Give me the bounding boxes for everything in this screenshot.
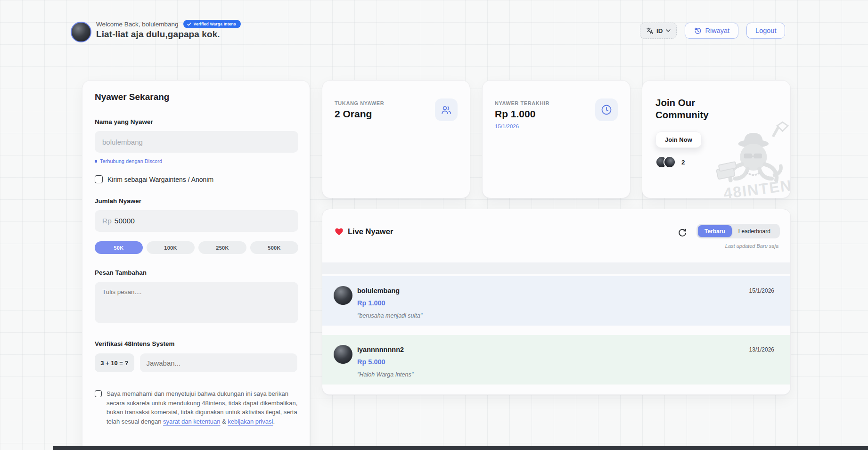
captcha-answer-input[interactable]: [140, 353, 297, 372]
bottom-footer-edge: [53, 446, 868, 450]
disclaimer-mid: &: [220, 418, 228, 425]
welcome-text: Welcome Back, bolulembang: [96, 21, 179, 28]
stat-icon-box: [595, 98, 618, 121]
quick-amount-50k[interactable]: 50K: [95, 241, 143, 254]
discord-note: Terhubung dengan Discord: [95, 158, 297, 164]
amount-prefix: Rp: [102, 217, 112, 225]
stat-icon-box: [435, 98, 458, 121]
check-icon: [187, 22, 191, 26]
nyawer-form-card: Nyawer Sekarang Nama yang Nyawer Terhubu…: [82, 80, 310, 450]
logout-label: Logout: [755, 27, 776, 34]
anon-checkbox[interactable]: [95, 175, 103, 183]
heart-icon: [335, 228, 344, 236]
riwayat-button[interactable]: Riwayat: [685, 23, 739, 39]
entry-avatar: [334, 286, 352, 305]
translate-icon: [646, 27, 654, 34]
language-selector[interactable]: ID: [640, 23, 677, 39]
name-label: Nama yang Nyawer: [95, 118, 297, 125]
community-title: Join Our Community: [655, 97, 777, 121]
refresh-icon[interactable]: [677, 227, 688, 238]
tab-terbaru[interactable]: Terbaru: [698, 225, 732, 237]
riwayat-label: Riwayat: [705, 27, 730, 34]
users-icon: [440, 104, 452, 115]
verified-badge-label: Verified Warga Intens: [194, 22, 236, 26]
community-title-line2: Community: [655, 109, 777, 121]
terms-link[interactable]: syarat dan ketentuan: [163, 418, 220, 425]
entry-message: "berusaha menjadi sulta": [357, 312, 422, 319]
chevron-down-icon: [666, 29, 671, 32]
message-textarea[interactable]: [95, 282, 298, 323]
live-tabs: Terbaru Leaderboard: [696, 224, 780, 238]
name-input[interactable]: [95, 131, 298, 153]
anon-check-row: Kirim sebagai Wargaintens / Anonim: [95, 175, 297, 183]
page-subtitle: Liat-liat aja dulu,gapapa kok.: [96, 29, 220, 40]
live-title: Live Nyawer: [348, 227, 393, 236]
quick-amount-250k[interactable]: 250K: [198, 241, 246, 254]
entry-amount: Rp 1.000: [357, 299, 385, 307]
disclaimer-end: .: [273, 418, 275, 425]
community-title-line1: Join Our: [655, 97, 777, 109]
captcha-row: 3 + 10 = ?: [95, 353, 297, 372]
form-title: Nyawer Sekarang: [95, 92, 297, 102]
agreement-checkbox[interactable]: [95, 390, 102, 397]
join-now-button[interactable]: Join Now: [655, 131, 702, 148]
stat-card-tukang-nyawer: TUKANG NYAWER 2 Orang: [322, 80, 470, 198]
anon-label: Kirim sebagai Wargaintens / Anonim: [107, 176, 213, 183]
entry-name: iyannnnnnnn2: [357, 346, 404, 353]
logout-button[interactable]: Logout: [746, 23, 785, 39]
stat-date: 15/1/2026: [495, 123, 618, 129]
community-members: 2: [655, 156, 777, 168]
quick-amount-100k[interactable]: 100K: [147, 241, 195, 254]
entry-amount: Rp 5.000: [357, 358, 385, 366]
quick-amount-500k[interactable]: 500K: [250, 241, 298, 254]
amount-input[interactable]: Rp 50000: [95, 210, 298, 232]
last-updated-text: Last updated Baru saja: [725, 243, 778, 249]
entry-name: bolulembang: [357, 287, 400, 295]
disclaimer-text: Saya memahami dan menyetujui bahwa dukun…: [106, 389, 300, 426]
language-code: ID: [656, 27, 663, 34]
user-avatar: [71, 22, 91, 42]
clock-icon: [600, 104, 613, 116]
amount-value: 50000: [115, 217, 135, 225]
verify-label: Verifikasi 48Intens System: [95, 340, 297, 347]
live-header: Live Nyawer: [335, 227, 393, 236]
discord-note-text: Terhubung dengan Discord: [100, 158, 162, 164]
community-card: 48INTENS Join Our Community Join Now 2: [642, 80, 791, 198]
header-actions: ID Riwayat Logout: [640, 23, 785, 39]
entry-message: "Haloh Warga Intens": [357, 371, 413, 378]
entry-date: 15/1/2026: [749, 287, 774, 294]
tab-leaderboard[interactable]: Leaderboard: [732, 225, 777, 237]
discord-dot-icon: [95, 160, 97, 163]
privacy-link[interactable]: kebijakan privasi: [228, 418, 273, 425]
amount-label: Jumlah Nyawer: [95, 197, 297, 205]
live-entry-row[interactable]: iyannnnnnnn2 Rp 5.000 "Haloh Warga Inten…: [322, 335, 791, 385]
verified-badge: Verified Warga Intens: [183, 20, 241, 28]
entry-date: 13/1/2026: [749, 346, 774, 353]
welcome-row: Welcome Back, bolulembang Verified Warga…: [96, 20, 241, 28]
history-icon: [694, 27, 702, 35]
quick-amount-row: 50K 100K 250K 500K: [95, 241, 298, 254]
entry-avatar: [334, 345, 352, 364]
list-header-strip: [322, 262, 791, 274]
captcha-question: 3 + 10 = ?: [95, 353, 134, 372]
disclaimer-row: Saya memahami dan menyetujui bahwa dukun…: [95, 389, 300, 426]
member-avatar: [663, 156, 676, 168]
svg-text:48INTENS: 48INTENS: [723, 175, 791, 198]
live-nyawer-panel: Live Nyawer Terbaru Leaderboard Last upd…: [322, 209, 791, 395]
live-entry-row[interactable]: bolulembang Rp 1.000 "berusaha menjadi s…: [322, 276, 791, 326]
stat-card-nyawer-terakhir: NYAWER TERAKHIR Rp 1.000 15/1/2026: [482, 80, 631, 198]
member-count: 2: [681, 159, 685, 166]
nyawer-page: Welcome Back, bolulembang Verified Warga…: [0, 0, 868, 450]
message-label: Pesan Tambahan: [95, 269, 297, 276]
